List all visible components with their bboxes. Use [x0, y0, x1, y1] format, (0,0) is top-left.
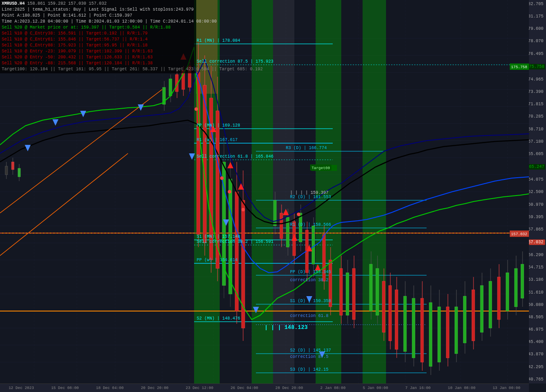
svg-text:PP (MN) | 169.128: PP (MN) | 169.128	[197, 123, 240, 128]
svg-text:S2 (MN) | 148.476: S2 (MN) | 148.476	[197, 316, 240, 321]
svg-text:Sell correction 38.2 | 156.591: Sell correction 38.2 | 156.591	[197, 239, 273, 244]
svg-text:S1 (D) | 150.358: S1 (D) | 150.358	[290, 299, 331, 303]
svg-text:correction 61.8: correction 61.8	[290, 314, 328, 318]
time-label: 28 Dec 20:00	[276, 386, 303, 390]
svg-rect-141	[497, 277, 500, 320]
svg-rect-87	[280, 213, 283, 239]
svg-rect-97	[312, 226, 315, 264]
time-axis: 12 Dec 2023 15 Dec 08:00 18 Dec 04:00 20…	[0, 383, 529, 392]
svg-text:PP (D) | 153.345: PP (D) | 153.345	[290, 270, 331, 274]
svg-rect-127	[438, 307, 441, 362]
svg-rect-129	[446, 307, 449, 358]
header-line11: Target100: 120.184 || Target 161: 95.95 …	[2, 66, 195, 72]
header-line6: Sell %10 @ C_Entry61: 155.846 || Target:…	[2, 37, 195, 43]
header-line10: Sell %20 @ Entry -88: 215.568 || Target:…	[2, 61, 195, 66]
svg-rect-115	[389, 285, 392, 341]
svg-rect-117	[395, 290, 398, 349]
svg-rect-123	[421, 298, 424, 362]
svg-point-180	[241, 208, 245, 211]
svg-rect-143	[506, 273, 509, 311]
svg-rect-105	[346, 273, 349, 315]
svg-text:S3 (D) | 142.15: S3 (D) | 142.15	[290, 367, 328, 372]
svg-rect-147	[521, 264, 524, 298]
svg-rect-67	[18, 168, 20, 177]
time-label: 2 Jan 08:00	[320, 386, 346, 390]
svg-text:S1 (MN) | 157.148: S1 (MN) | 157.148	[197, 234, 240, 239]
svg-text:R1 (w) | 167.617: R1 (w) | 167.617	[197, 138, 238, 142]
svg-rect-133	[463, 296, 466, 343]
svg-text:Sell correction 87.5 | 175.923: Sell correction 87.5 | 175.923	[197, 59, 273, 64]
header-symbol: XMRUSD.H4 158.861 159.282 157.030 157.03…	[2, 1, 195, 7]
svg-text:correction 38.2: correction 38.2	[290, 278, 328, 282]
header-line9: Sell %20 @ Entry -50: 200.432 || Target:…	[2, 55, 195, 61]
svg-rect-135	[472, 290, 475, 341]
svg-text:R2 (D) | 161.553: R2 (D) | 161.553	[290, 195, 331, 199]
time-label: 13 Jan 00:00	[493, 386, 520, 390]
svg-point-178	[220, 176, 224, 180]
svg-rect-137	[480, 285, 483, 332]
time-label: 18 Dec 04:00	[96, 386, 124, 390]
svg-point-181	[297, 213, 300, 216]
svg-text:157.032: 157.032	[511, 232, 527, 236]
svg-text:R1 (D) | 158.566: R1 (D) | 158.566	[290, 222, 331, 227]
header-line8: Sell %10 @ Entry -23: 190.079 || Target:…	[2, 49, 195, 55]
svg-text:R1 (MN) | 178.084: R1 (MN) | 178.084	[197, 38, 240, 43]
svg-rect-111	[376, 268, 379, 315]
time-label: 12 Dec 2023	[9, 386, 34, 390]
svg-text:R3 (D) | 166.774: R3 (D) | 166.774	[286, 146, 327, 150]
chart-container: MARKETRADE XMRUSD.H4 158.861 159.282 157…	[0, 0, 546, 392]
svg-rect-125	[429, 303, 432, 366]
svg-rect-121	[412, 298, 415, 358]
svg-text:S2 (D) | 145.137: S2 (D) | 145.137	[290, 348, 331, 353]
svg-text:correction 87.5: correction 87.5	[290, 355, 328, 359]
info-panel: XMRUSD.H4 158.861 159.282 157.030 157.03…	[0, 0, 196, 73]
time-label: 10 Jan 08:00	[448, 386, 476, 390]
svg-rect-65	[12, 162, 14, 170]
svg-rect-145	[514, 268, 517, 307]
svg-point-179	[228, 190, 231, 193]
svg-rect-107	[352, 268, 355, 320]
header-line5: Sell %10 @ C_Entry38: 156.591 || Target:…	[2, 31, 195, 37]
svg-rect-71	[203, 85, 206, 243]
svg-text:PP (w) | 154.614: PP (w) | 154.614	[197, 258, 238, 262]
svg-rect-85	[273, 200, 276, 226]
header-line3: Time A:2023.12.28 04:00:00 | Time B:2024…	[2, 19, 195, 25]
svg-rect-103	[340, 268, 343, 315]
header-line1: Line:2825 | tema_h1_status: Buy | Last S…	[2, 7, 195, 13]
svg-point-177	[195, 107, 198, 111]
svg-text:| | | 148.123: | | | 148.123	[264, 324, 308, 331]
svg-text:Target00: Target00	[311, 166, 330, 170]
svg-rect-151	[169, 79, 172, 96]
time-label: 15 Dec 08:00	[51, 386, 79, 390]
header-line7: Sell %10 @ C_Entry88: 175.923 || Target:…	[2, 43, 195, 49]
svg-text:Sell correction 61.8 | 165.846: Sell correction 61.8 | 165.846	[197, 154, 273, 159]
svg-rect-139	[489, 281, 492, 328]
svg-rect-113	[382, 281, 385, 332]
svg-rect-63	[5, 166, 8, 175]
header-line2: Point A:180.825 | Point B:141.612 | Poin…	[2, 13, 195, 19]
svg-rect-109	[369, 264, 372, 311]
time-label: 7 Jan 16:00	[405, 386, 430, 390]
svg-text:175.758: 175.758	[511, 65, 527, 69]
time-label: 23 Dec 12:00	[186, 386, 213, 390]
svg-rect-119	[404, 296, 407, 352]
header-line4: Sell %20 @ Market price or at: 159.397 |…	[2, 25, 195, 31]
time-label: 20 Dec 20:00	[141, 386, 168, 390]
time-label: 5 Jan 00:00	[363, 386, 388, 390]
svg-rect-75	[216, 111, 219, 268]
time-label: 26 Dec 04:00	[230, 386, 258, 390]
svg-rect-131	[455, 307, 458, 354]
svg-text:| | | | 159.397: | | | | 159.397	[290, 190, 328, 195]
